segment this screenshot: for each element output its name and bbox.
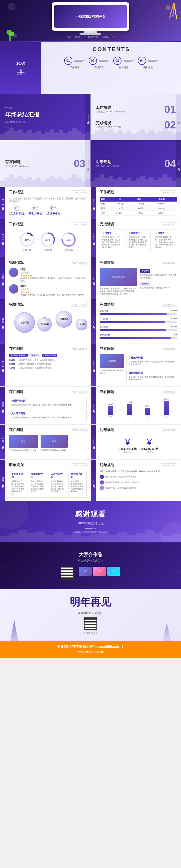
stat-value-1: 10152462元 xyxy=(9,212,25,216)
money-value-2: 19132974.3元 xyxy=(141,447,158,451)
sidebar-wo1: 20XX年终总结汇报 xyxy=(0,187,5,219)
sidebar-pp2: 20XX年终总结汇报 xyxy=(91,425,96,460)
completion-persons: 20XX年终总结汇报 完成情况 YOUR LOGO 张三 项目经理 ★★★★★ … xyxy=(0,257,181,299)
pml-title-2: 存在问题 xyxy=(100,390,114,394)
footer-section: 更多精品PPT资源尽在—sucai999.com！ www.sucai999.c… xyxy=(0,641,181,658)
section-pair-1: 20XX 年终总结汇报 20XX年终总结汇报 20XX年终总结汇报 工作概述 工… xyxy=(0,94,181,140)
card-1: 工作成果一 在本年度工作中，我们积极推进各项工作，完成了既定目标，取得了良好成绩… xyxy=(100,229,124,251)
goodbye-qr xyxy=(84,617,97,630)
report-label: 年终总结汇报 xyxy=(19,67,23,70)
progress-item-1: 销售业绩86.5% xyxy=(100,310,177,316)
chart-label-1: 产值完成 xyxy=(23,249,31,251)
progress-bar-2 xyxy=(100,321,177,323)
wo-title-1: 工作概述 xyxy=(9,190,24,194)
bar-chart: 1085万 Q1 1234万 Q2 987万 Q3 1421万 xyxy=(100,397,177,417)
cp-img-label: 项目成果展示 xyxy=(112,276,125,278)
chart-label-3: 利润完成 xyxy=(64,249,73,251)
progress-bar-4 xyxy=(100,337,177,339)
wo-charts-right: 20XX年终总结汇报 完成情况 YOUR LOGO 工作成果一 在本年度工作中，… xyxy=(90,219,181,257)
works-qr-area: 作品 作品 作品 xyxy=(61,567,120,580)
woc-logo-1: YOUR LOGO xyxy=(70,222,87,226)
stat-1: 🐑 10152462元 xyxy=(9,205,25,216)
prob-col-left: 问题分析 存在的主要问题分析与改进措施探讨。 xyxy=(100,354,124,383)
prob-text-1: 工作流程需要进一步优化，人员配置有待加强。 xyxy=(18,359,56,361)
content-label-2: 完成情况 xyxy=(94,66,104,69)
pp-two-col-1: 图片 工作中存在的效率问题和改进建议。 图片 资源配置不合理导致的效率损耗。 xyxy=(9,435,87,452)
pml-logo-2: YOUR LOGO xyxy=(161,390,177,394)
vertical-label-2: 20XX年终总结汇报 xyxy=(176,94,181,140)
prob-logo-1: YOUR LOGO xyxy=(70,347,87,351)
money-item-1: ¥ 24183742.5元 销售目标 xyxy=(119,437,137,454)
prob-card-text-1: 工作流程不够顺畅，部分环节存在重复劳动，影响了整体工作效率的提升。 xyxy=(129,361,175,366)
prob-main-2: 存在问题 YOUR LOGO 问题分析 存在的主要问题分析与改进措施探讨。 工作… xyxy=(96,343,181,386)
goodbye-deco-right xyxy=(158,622,173,641)
plan-card-1: 市场拓展计划 积极开拓新市场，扩大销售渠道，提升品牌知名度，争取市场份额进一步扩… xyxy=(9,470,27,498)
prob-title-1: 存在问题 xyxy=(9,346,24,351)
money-display: ¥ 24183742.5元 销售目标 ¥ 19132974.3元 利润目标 xyxy=(100,435,177,456)
sidebar-pml1: 20XX年终总结汇报 xyxy=(0,386,5,425)
card-text-2: 通过团队协作，完成了多项重要工程项目，项目进度和质量均达到预期目标，客户满意度显… xyxy=(128,236,148,249)
plan-card-title-3: 人才培养计划 xyxy=(51,472,65,479)
bub-main-2: 完成情况 YOUR LOGO 销售业绩86.5% 产值完成84.6% xyxy=(96,299,181,343)
thankyou-bottom: 感谢各位领导和同事的支持与配合 xyxy=(73,531,108,534)
thankyou-content: 感谢观看 20XX年终总结汇报 感谢各位领导和同事的支持与配合 xyxy=(73,509,108,534)
prob-card-title-1: 工作效率问题 xyxy=(129,356,175,360)
thankyou-section: 感谢观看 20XX年终总结汇报 感谢各位领导和同事的支持与配合 xyxy=(0,501,181,542)
cp-logo-1: YOUR LOGO xyxy=(70,261,87,265)
year-label: 20XX xyxy=(16,61,25,65)
table-row: 销售1100万951万86.5% xyxy=(100,206,177,211)
prob-img-label: 问题分析 xyxy=(108,360,116,362)
bubble-2: 市场份额 xyxy=(37,317,52,332)
content-num-2: 02 xyxy=(89,57,97,65)
prob-item-3: 生产部 生产效率有待提高，设备维护需加强管理。 xyxy=(9,367,87,370)
prob-left: 20XX年终总结汇报 存在问题 YOUR LOGO ADMINISTRATION… xyxy=(0,343,90,386)
money-value-1: 24183742.5元 xyxy=(119,447,137,451)
table-row: 产值1200万1015万84.6% xyxy=(100,202,177,206)
card-text-1: 在本年度工作中，我们积极推进各项工作，完成了既定目标，取得了良好成绩，为企业发展… xyxy=(102,236,122,249)
stat-value-2: 9511409元 xyxy=(28,212,42,216)
section4-label: 明年规划 xyxy=(96,159,119,164)
progress-bar-3 xyxy=(100,329,177,331)
plans-left: 20XX年终总结汇报 明年规划 YOUR LOGO 市场拓展计划 积极开拓新市场… xyxy=(0,460,90,501)
card-3: 工作成果三 年度销售业绩稳步增长，市场份额不断扩大，品牌影响力持续提升，为下一年… xyxy=(153,229,177,251)
completion-progress: 销售业绩86.5% 产值完成84.6% 利润指标85 xyxy=(100,310,177,340)
card-2: 工作成果二 通过团队协作，完成了多项重要工程项目，项目进度和质量均达到预期目标，… xyxy=(126,229,150,251)
content-item-4: 04 明年规划 xyxy=(138,57,158,69)
sidebar-plans1: 20XX年终总结汇报 xyxy=(0,460,5,501)
contents-items: 01 工作概述 02 xyxy=(47,57,176,69)
pml-logo-1: YOUR LOGO xyxy=(70,390,87,394)
content-num-1: 01 xyxy=(64,57,72,65)
card-text-3: 年度销售业绩稳步增长，市场份额不断扩大，品牌影响力持续提升，为下一年奠定了坚实基… xyxy=(155,236,175,249)
wo-charts-left: 20XX年终总结汇报 工作概述 YOUR LOGO 15% 产值完成 xyxy=(0,219,90,257)
woc-title-1: 工作概述 xyxy=(9,222,24,227)
slide-section-1-2: 工作概述 工作概述 WORK OVERVIEW 01 完成情况 完成情况 COM… xyxy=(90,94,181,140)
card-title-3: 工作成果三 xyxy=(155,231,175,235)
wo-main-2: 工作概述 YOUR LOGO 项目计划实际完成率 产值1200万1015万84.… xyxy=(96,187,181,219)
sidebar-pp1: 20XX年终总结汇报 xyxy=(0,425,5,460)
prob-dept-2: 质量部 xyxy=(9,363,17,366)
sidebar-cp1: 20XX年终总结汇报 xyxy=(0,257,5,299)
pp-title-1: 存在问题 xyxy=(9,428,24,432)
person-2: 李四 技术总监 ★★★★☆ 负责公司技术研发工作，推进多项技术创新，提升了公司整… xyxy=(9,284,87,296)
stars-2: ★★★★☆ xyxy=(21,291,87,293)
pmc-title-2: 人才培养问题 xyxy=(11,412,84,415)
dept-tags: ADMINISTRATION QUALITY PRODUCTION xyxy=(9,354,87,356)
wo-title-2: 工作概述 xyxy=(100,190,114,194)
year-text: 20XX xyxy=(5,107,85,110)
content-label-1: 工作概述 xyxy=(70,66,79,69)
footer-main: 更多精品PPT资源尽在—sucai999.com！ xyxy=(4,645,177,649)
circle-1: 15% 产值完成 xyxy=(20,232,35,251)
bub-logo: YOUR LOGO xyxy=(70,303,87,307)
goodbye-sub: 308相信明天会更好 xyxy=(70,611,111,615)
th-actual: 实际 xyxy=(136,197,157,202)
person-role-1: 项目经理 xyxy=(21,271,87,274)
chart-label-2: 销售完成 xyxy=(44,249,52,251)
circle-svg-1: 15% xyxy=(20,232,35,247)
sub-title: 20XX年终总结汇报 xyxy=(5,121,85,124)
stat-2: 🐑 9511409元 xyxy=(28,205,42,216)
contents-left-panel: 20XX 年终总结汇报 xyxy=(0,42,41,94)
wo-logo-2: YOUR LOGO xyxy=(161,190,177,194)
avatar-2 xyxy=(9,284,18,293)
pml-title-1: 存在问题 xyxy=(9,390,24,394)
works-sub: 更多精品作品请关注 xyxy=(61,559,120,563)
